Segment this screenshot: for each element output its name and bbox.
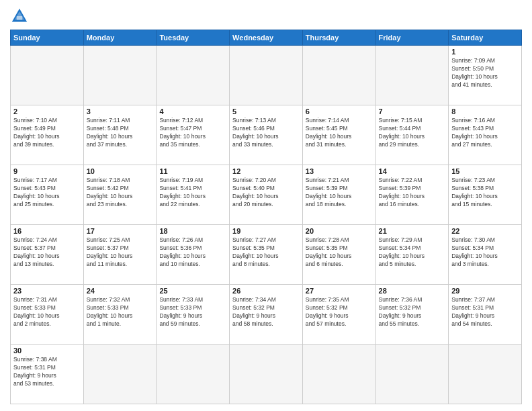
table-row: 21Sunrise: 7:29 AM Sunset: 5:34 PM Dayli… — [375, 225, 449, 285]
svg-rect-2 — [17, 16, 22, 20]
weekday-tuesday: Tuesday — [157, 30, 230, 46]
day-info: Sunrise: 7:27 AM Sunset: 5:35 PM Dayligh… — [232, 236, 300, 269]
table-row: 14Sunrise: 7:22 AM Sunset: 5:39 PM Dayli… — [375, 165, 449, 225]
weekday-thursday: Thursday — [302, 30, 375, 46]
table-row — [157, 345, 230, 404]
table-row: 3Sunrise: 7:11 AM Sunset: 5:48 PM Daylig… — [83, 105, 157, 165]
day-info: Sunrise: 7:17 AM Sunset: 5:43 PM Dayligh… — [13, 177, 81, 209]
day-info: Sunrise: 7:25 AM Sunset: 5:37 PM Dayligh… — [87, 236, 154, 269]
table-row: 28Sunrise: 7:36 AM Sunset: 5:32 PM Dayli… — [375, 285, 449, 345]
calendar-row-2: 2Sunrise: 7:10 AM Sunset: 5:49 PM Daylig… — [11, 105, 522, 165]
day-info: Sunrise: 7:24 AM Sunset: 5:37 PM Dayligh… — [13, 236, 81, 269]
day-info: Sunrise: 7:28 AM Sunset: 5:35 PM Dayligh… — [306, 236, 373, 269]
day-info: Sunrise: 7:36 AM Sunset: 5:32 PM Dayligh… — [379, 296, 446, 328]
table-row: 1Sunrise: 7:09 AM Sunset: 5:50 PM Daylig… — [449, 46, 522, 105]
table-row: 11Sunrise: 7:19 AM Sunset: 5:41 PM Dayli… — [157, 165, 230, 225]
table-row — [302, 46, 375, 105]
table-row: 22Sunrise: 7:30 AM Sunset: 5:34 PM Dayli… — [449, 225, 522, 285]
table-row: 9Sunrise: 7:17 AM Sunset: 5:43 PM Daylig… — [11, 165, 84, 225]
table-row — [302, 345, 375, 404]
day-number: 16 — [13, 227, 81, 235]
table-row — [375, 46, 449, 105]
day-number: 1 — [451, 48, 519, 56]
day-info: Sunrise: 7:12 AM Sunset: 5:47 PM Dayligh… — [159, 117, 226, 149]
day-info: Sunrise: 7:20 AM Sunset: 5:40 PM Dayligh… — [232, 177, 300, 209]
table-row: 4Sunrise: 7:12 AM Sunset: 5:47 PM Daylig… — [157, 105, 230, 165]
table-row: 13Sunrise: 7:21 AM Sunset: 5:39 PM Dayli… — [302, 165, 375, 225]
day-number: 10 — [87, 167, 154, 175]
day-info: Sunrise: 7:32 AM Sunset: 5:33 PM Dayligh… — [87, 296, 154, 328]
table-row — [375, 345, 449, 404]
day-info: Sunrise: 7:10 AM Sunset: 5:49 PM Dayligh… — [13, 117, 81, 149]
day-number: 29 — [451, 287, 519, 295]
calendar-row-5: 23Sunrise: 7:31 AM Sunset: 5:33 PM Dayli… — [11, 285, 522, 345]
table-row: 16Sunrise: 7:24 AM Sunset: 5:37 PM Dayli… — [11, 225, 84, 285]
calendar-row-1: 1Sunrise: 7:09 AM Sunset: 5:50 PM Daylig… — [11, 46, 522, 105]
weekday-header-row: SundayMondayTuesdayWednesdayThursdayFrid… — [11, 30, 522, 46]
day-number: 11 — [159, 167, 226, 175]
table-row: 8Sunrise: 7:16 AM Sunset: 5:43 PM Daylig… — [449, 105, 522, 165]
table-row: 12Sunrise: 7:20 AM Sunset: 5:40 PM Dayli… — [230, 165, 303, 225]
day-number: 25 — [159, 287, 226, 295]
weekday-sunday: Sunday — [11, 30, 84, 46]
day-number: 8 — [451, 107, 519, 116]
calendar-table: SundayMondayTuesdayWednesdayThursdayFrid… — [10, 30, 522, 404]
logo — [10, 7, 32, 26]
day-number: 14 — [379, 167, 446, 175]
table-row: 27Sunrise: 7:35 AM Sunset: 5:32 PM Dayli… — [302, 285, 375, 345]
weekday-monday: Monday — [83, 30, 157, 46]
day-number: 26 — [232, 287, 300, 295]
header — [10, 7, 522, 26]
day-info: Sunrise: 7:22 AM Sunset: 5:39 PM Dayligh… — [379, 177, 446, 209]
page: SundayMondayTuesdayWednesdayThursdayFrid… — [0, 0, 532, 411]
day-number: 23 — [13, 287, 81, 295]
day-info: Sunrise: 7:23 AM Sunset: 5:38 PM Dayligh… — [451, 177, 519, 209]
table-row: 29Sunrise: 7:37 AM Sunset: 5:31 PM Dayli… — [449, 285, 522, 345]
day-number: 2 — [13, 107, 81, 116]
weekday-wednesday: Wednesday — [230, 30, 303, 46]
table-row: 2Sunrise: 7:10 AM Sunset: 5:49 PM Daylig… — [11, 105, 84, 165]
day-number: 5 — [232, 107, 300, 116]
table-row — [83, 345, 157, 404]
day-info: Sunrise: 7:19 AM Sunset: 5:41 PM Dayligh… — [159, 177, 226, 209]
day-number: 21 — [379, 227, 446, 235]
day-info: Sunrise: 7:35 AM Sunset: 5:32 PM Dayligh… — [306, 296, 373, 328]
day-number: 9 — [13, 167, 81, 175]
table-row: 24Sunrise: 7:32 AM Sunset: 5:33 PM Dayli… — [83, 285, 157, 345]
table-row — [230, 46, 303, 105]
day-info: Sunrise: 7:26 AM Sunset: 5:36 PM Dayligh… — [159, 236, 226, 269]
day-number: 20 — [306, 227, 373, 235]
table-row — [449, 345, 522, 404]
logo-icon — [10, 7, 29, 26]
table-row: 18Sunrise: 7:26 AM Sunset: 5:36 PM Dayli… — [157, 225, 230, 285]
weekday-saturday: Saturday — [449, 30, 522, 46]
calendar-row-6: 30Sunrise: 7:38 AM Sunset: 5:31 PM Dayli… — [11, 345, 522, 404]
table-row — [157, 46, 230, 105]
table-row: 30Sunrise: 7:38 AM Sunset: 5:31 PM Dayli… — [11, 345, 84, 404]
day-info: Sunrise: 7:16 AM Sunset: 5:43 PM Dayligh… — [451, 117, 519, 149]
table-row: 17Sunrise: 7:25 AM Sunset: 5:37 PM Dayli… — [83, 225, 157, 285]
table-row: 6Sunrise: 7:14 AM Sunset: 5:45 PM Daylig… — [302, 105, 375, 165]
day-info: Sunrise: 7:31 AM Sunset: 5:33 PM Dayligh… — [13, 296, 81, 328]
table-row: 19Sunrise: 7:27 AM Sunset: 5:35 PM Dayli… — [230, 225, 303, 285]
day-info: Sunrise: 7:11 AM Sunset: 5:48 PM Dayligh… — [87, 117, 154, 149]
table-row: 23Sunrise: 7:31 AM Sunset: 5:33 PM Dayli… — [11, 285, 84, 345]
table-row: 15Sunrise: 7:23 AM Sunset: 5:38 PM Dayli… — [449, 165, 522, 225]
day-info: Sunrise: 7:09 AM Sunset: 5:50 PM Dayligh… — [451, 57, 519, 89]
day-info: Sunrise: 7:34 AM Sunset: 5:32 PM Dayligh… — [232, 296, 300, 328]
table-row: 26Sunrise: 7:34 AM Sunset: 5:32 PM Dayli… — [230, 285, 303, 345]
table-row — [83, 46, 157, 105]
table-row — [230, 345, 303, 404]
day-info: Sunrise: 7:37 AM Sunset: 5:31 PM Dayligh… — [451, 296, 519, 328]
table-row: 20Sunrise: 7:28 AM Sunset: 5:35 PM Dayli… — [302, 225, 375, 285]
day-info: Sunrise: 7:13 AM Sunset: 5:46 PM Dayligh… — [232, 117, 300, 149]
day-info: Sunrise: 7:15 AM Sunset: 5:44 PM Dayligh… — [379, 117, 446, 149]
day-number: 17 — [87, 227, 154, 235]
table-row: 5Sunrise: 7:13 AM Sunset: 5:46 PM Daylig… — [230, 105, 303, 165]
table-row: 7Sunrise: 7:15 AM Sunset: 5:44 PM Daylig… — [375, 105, 449, 165]
day-number: 30 — [13, 347, 81, 355]
weekday-friday: Friday — [375, 30, 449, 46]
day-number: 12 — [232, 167, 300, 175]
day-info: Sunrise: 7:18 AM Sunset: 5:42 PM Dayligh… — [87, 177, 154, 209]
day-info: Sunrise: 7:21 AM Sunset: 5:39 PM Dayligh… — [306, 177, 373, 209]
